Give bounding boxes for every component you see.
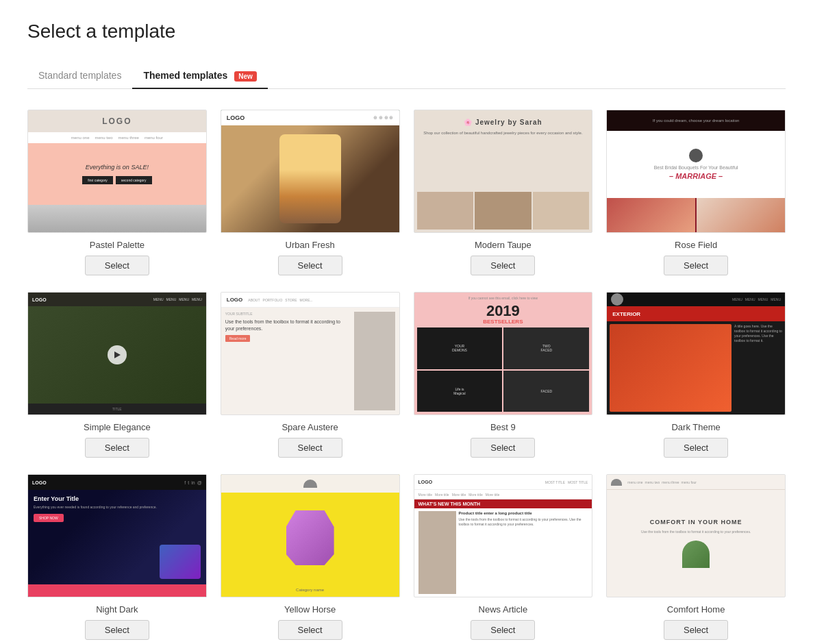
template-name-simple-elegance: Simple Elegance (84, 422, 151, 432)
template-preview-modern-taupe: 🌸 Jewelry by Sarah Shop our collection o… (414, 110, 593, 233)
template-yellow-horse: Category name Yellow Horse Select (221, 474, 400, 640)
template-name-best-9: Best 9 (490, 422, 516, 432)
select-button-simple-elegance[interactable]: Select (85, 438, 149, 458)
template-preview-simple-elegance: LOGO MENUMENUMENUMENU TITLE (27, 292, 207, 415)
select-button-rose-field[interactable]: Select (664, 256, 728, 275)
template-preview-night-dark: LOGO ftin@ Enter Your Title Everything y… (27, 474, 207, 597)
template-name-spare-austere: Spare Austere (282, 422, 338, 432)
page-title: Select a template (27, 21, 786, 42)
template-news-article: LOGO MOST TITLEMOST TITLE More titleMore… (414, 474, 593, 640)
select-button-night-dark[interactable]: Select (85, 620, 149, 640)
template-night-dark: LOGO ftin@ Enter Your Title Everything y… (27, 474, 207, 640)
template-name-comfort-home: Comfort Home (667, 604, 725, 615)
select-button-modern-taupe[interactable]: Select (471, 256, 535, 275)
template-rose-field: If you could dream, choose your dream lo… (606, 110, 786, 275)
select-button-comfort-home[interactable]: Select (664, 620, 728, 640)
template-name-pastel-palette: Pastel Palette (90, 240, 145, 250)
template-preview-comfort-home: menu onemenu twomenu threemenu four COMF… (606, 474, 786, 597)
select-button-yellow-horse[interactable]: Select (278, 620, 342, 640)
template-preview-dark-theme: MENUMENUMENUMENU EXTERIOR A title goes h… (606, 292, 786, 415)
select-button-dark-theme[interactable]: Select (664, 438, 728, 458)
template-dark-theme: MENUMENUMENUMENU EXTERIOR A title goes h… (606, 292, 786, 458)
select-button-pastel-palette[interactable]: Select (85, 256, 149, 275)
template-spare-austere: LOGO ABOUTPORTFOLIOSTOREMORE... YOUR SUB… (221, 292, 400, 458)
select-button-best-9[interactable]: Select (471, 438, 535, 458)
templates-grid: LOGO menu onemenu twomenu threemenu four… (27, 110, 786, 640)
new-badge: New (234, 71, 257, 82)
template-name-yellow-horse: Yellow Horse (284, 604, 336, 615)
template-modern-taupe: 🌸 Jewelry by Sarah Shop our collection o… (414, 110, 593, 275)
template-preview-spare-austere: LOGO ABOUTPORTFOLIOSTOREMORE... YOUR SUB… (221, 292, 400, 415)
template-preview-best-9: If you cannot see this email, click here… (414, 292, 593, 415)
template-simple-elegance: LOGO MENUMENUMENUMENU TITLE Simple Elega… (27, 292, 207, 458)
select-button-news-article[interactable]: Select (471, 620, 535, 640)
template-name-dark-theme: Dark Theme (671, 422, 720, 432)
template-name-urban-fresh: Urban Fresh (286, 240, 335, 250)
template-preview-pastel-palette: LOGO menu onemenu twomenu threemenu four… (27, 110, 207, 233)
template-best-9: If you cannot see this email, click here… (414, 292, 593, 458)
template-preview-news-article: LOGO MOST TITLEMOST TITLE More titleMore… (414, 474, 593, 597)
template-name-rose-field: Rose Field (675, 240, 717, 250)
template-name-night-dark: Night Dark (96, 604, 138, 615)
template-name-news-article: News Article (479, 604, 528, 615)
tab-themed[interactable]: Themed templates New (132, 63, 267, 89)
template-preview-urban-fresh: LOGO ⊕ ⊕ ⊕ ⊕ (221, 110, 400, 233)
template-pastel-palette: LOGO menu onemenu twomenu threemenu four… (27, 110, 207, 275)
template-comfort-home: menu onemenu twomenu threemenu four COMF… (606, 474, 786, 640)
tabs-container: Standard templates Themed templates New (27, 63, 786, 89)
template-preview-yellow-horse: Category name (221, 474, 400, 597)
tab-standard[interactable]: Standard templates (27, 63, 132, 89)
template-preview-rose-field: If you could dream, choose your dream lo… (606, 110, 786, 233)
template-urban-fresh: LOGO ⊕ ⊕ ⊕ ⊕ Urban Fresh Select (221, 110, 400, 275)
select-button-urban-fresh[interactable]: Select (278, 256, 342, 275)
select-button-spare-austere[interactable]: Select (278, 438, 342, 458)
template-name-modern-taupe: Modern Taupe (475, 240, 531, 250)
